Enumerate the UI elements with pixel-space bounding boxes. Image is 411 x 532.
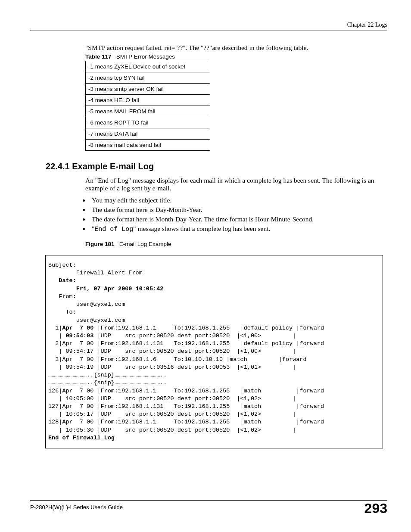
log-line: | 10:05:00 |UDP src port:00520 dest port… [48, 395, 327, 402]
log-line: | 09:54:17 |UDP src port:00520 dest port… [48, 348, 327, 355]
divider [30, 31, 387, 31]
table-row: -5 means MAIL FROM fail [86, 106, 210, 117]
figure-title: E-mail Log Example [119, 241, 171, 247]
table-row: -4 means HELO fail [86, 95, 210, 106]
log-line: End of Firewall Log [48, 435, 115, 441]
table-caption: Table 117 SMTP Error Messages [85, 53, 387, 60]
log-line: |UDP src port:00520 dest port:00520 |<1,… [93, 333, 327, 339]
log-line: 127|Apr 7 00 |From:192.168.1.131 To:192.… [48, 403, 324, 410]
table-title: SMTP Error Messages [116, 53, 175, 60]
section-paragraph: An "End of Log" message displays for eac… [85, 177, 383, 192]
log-line: | 09:54:19 |UDP src port:03516 dest port… [48, 364, 327, 370]
list-item: The date format here is Day-Month-Year. [90, 206, 387, 214]
log-line: To: [48, 309, 80, 315]
log-line: | 10:05:17 |UDP src port:00520 dest port… [48, 411, 327, 417]
log-line: From: [48, 293, 80, 300]
email-log-example: Subject: Firewall Alert From Date: Fri, … [45, 255, 383, 448]
table-row: -7 means DATA fail [86, 128, 210, 140]
log-line: |From:192.168.1.1 To:192.168.1.255 |defa… [93, 325, 324, 331]
smtp-error-table: -1 means ZyXEL Device out of socket -2 m… [85, 61, 210, 151]
intro-paragraph: "SMTP action request failed. ret= ??". T… [85, 44, 387, 52]
log-line: Firewall Alert From [48, 270, 146, 276]
guide-title: P-2802H(W)(L)-I Series User's Guide [30, 504, 123, 510]
log-line: user@zyxel.com [48, 317, 125, 324]
list-item: The date format here is Month-Day-Year. … [90, 215, 387, 223]
log-line: ……………………………..{snip}………………………………….. [48, 372, 167, 378]
page-number: 293 [364, 501, 387, 516]
table-row: -8 means mail data send fail [86, 140, 210, 151]
log-line: 3|Apr 7 00 |From:192.168.1.6 To:10.10.10… [48, 356, 307, 363]
table-row: -6 means RCPT TO fail [86, 117, 210, 128]
table-row: -2 means tcp SYN fail [86, 72, 210, 84]
list-item: You may edit the subject title. [90, 196, 387, 204]
log-line: Date: [48, 277, 80, 284]
chapter-title: Chapter 22 Logs [30, 22, 387, 28]
log-line: | 10:05:30 |UDP src port:00520 dest port… [48, 427, 327, 433]
list-item: "End of Log" message shows that a comple… [90, 225, 387, 233]
bullet-text: " message shows that a complete log has … [133, 225, 270, 232]
log-line: ……………………………..{snip}………………………………….. [48, 380, 167, 386]
code-text: End of Log [94, 226, 133, 233]
log-line: 1| [48, 325, 62, 331]
section-heading: 22.4.1 Example E-mail Log [46, 162, 387, 171]
table-number: Table 117 [85, 53, 112, 60]
log-line: Subject: [48, 262, 76, 268]
page-footer: P-2802H(W)(L)-I Series User's Guide 293 [30, 500, 387, 516]
log-line: 126|Apr 7 00 |From:192.168.1.1 To:192.16… [48, 388, 324, 394]
log-line: user@zyxel.com [48, 301, 125, 308]
figure-number: Figure 181 [85, 241, 115, 247]
log-line: | [48, 333, 66, 339]
log-line: 128|Apr 7 00 |From:192.168.1.1 To:192.16… [48, 419, 324, 425]
log-line: 2|Apr 7 00 |From:192.168.1.131 To:192.16… [48, 340, 324, 347]
log-line: Fri, 07 Apr 2000 10:05:42 [48, 286, 163, 292]
bullet-list: You may edit the subject title. The date… [90, 196, 387, 233]
figure-caption: Figure 181 E-mail Log Example [85, 241, 387, 247]
table-row: -3 means smtp server OK fail [86, 84, 210, 95]
log-line: 09:54:03 [66, 333, 94, 339]
log-line: Apr 7 00 [62, 325, 93, 331]
table-row: -1 means ZyXEL Device out of socket [86, 61, 210, 72]
